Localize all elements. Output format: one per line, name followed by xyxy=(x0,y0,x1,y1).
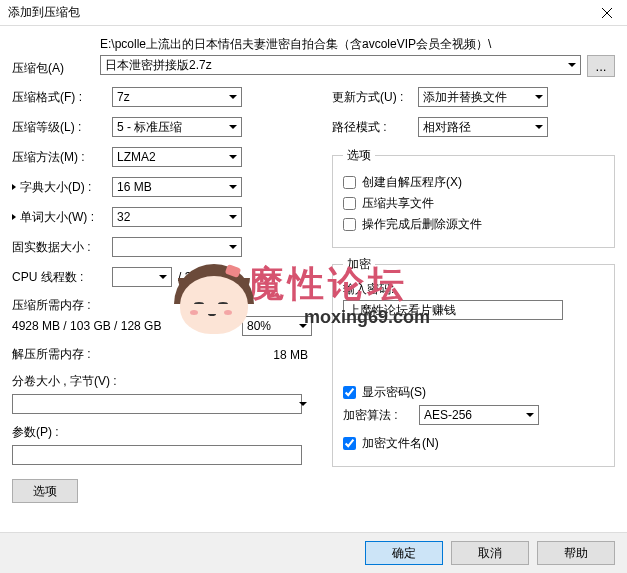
mem-decompress-value: 18 MB xyxy=(273,348,312,362)
show-password-checkbox[interactable] xyxy=(343,386,356,399)
mem-compress-value: 4928 MB / 103 GB / 128 GB xyxy=(12,319,161,333)
format-label: 压缩格式(F) : xyxy=(12,89,112,106)
solid-label: 固实数据大小 : xyxy=(12,239,112,256)
enc-method-label: 加密算法 : xyxy=(343,407,419,424)
level-select[interactable]: 5 - 标准压缩 xyxy=(112,117,242,137)
cancel-button[interactable]: 取消 xyxy=(451,541,529,565)
sfx-label: 创建自解压程序(X) xyxy=(362,174,462,191)
word-label: 单词大小(W) : xyxy=(12,209,112,226)
enc-filenames-label: 加密文件名(N) xyxy=(362,435,439,452)
mem-compress-label: 压缩所需内存 : xyxy=(12,297,312,314)
browse-button[interactable]: ... xyxy=(587,55,615,77)
pathmode-select[interactable]: 相对路径 xyxy=(418,117,548,137)
archive-filename-input[interactable] xyxy=(100,55,581,75)
close-button[interactable] xyxy=(587,0,627,26)
params-label: 参数(P) : xyxy=(12,424,59,441)
enc-method-select[interactable]: AES-256 xyxy=(419,405,539,425)
help-button[interactable]: 帮助 xyxy=(537,541,615,565)
delete-label: 操作完成后删除源文件 xyxy=(362,216,482,233)
split-label: 分卷大小 , 字节(V) : xyxy=(12,373,117,390)
threads-total: / 32 xyxy=(178,270,198,284)
close-icon xyxy=(602,8,612,18)
dict-select[interactable]: 16 MB xyxy=(112,177,242,197)
dict-label: 字典大小(D) : xyxy=(12,179,112,196)
sfx-checkbox[interactable] xyxy=(343,176,356,189)
mem-decompress-label: 解压所需内存 : xyxy=(12,346,112,363)
threads-label: CPU 线程数 : xyxy=(12,269,112,286)
update-select[interactable]: 添加并替换文件 xyxy=(418,87,548,107)
window-title: 添加到压缩包 xyxy=(8,4,80,21)
mem-percent-select[interactable]: 80% xyxy=(242,316,312,336)
encryption-legend: 加密 xyxy=(343,256,375,273)
solid-select[interactable] xyxy=(112,237,242,257)
shared-label: 压缩共享文件 xyxy=(362,195,434,212)
password-label: 输入密码: xyxy=(343,281,604,298)
options-button[interactable]: 选项 xyxy=(12,479,78,503)
method-label: 压缩方法(M) : xyxy=(12,149,112,166)
show-password-label: 显示密码(S) xyxy=(362,384,426,401)
options-legend: 选项 xyxy=(343,147,375,164)
archive-label: 压缩包(A) xyxy=(12,60,92,77)
enc-filenames-checkbox[interactable] xyxy=(343,437,356,450)
titlebar: 添加到压缩包 xyxy=(0,0,627,26)
level-label: 压缩等级(L) : xyxy=(12,119,112,136)
params-input[interactable] xyxy=(12,445,302,465)
encryption-fieldset: 加密 输入密码: 显示密码(S) 加密算法 :AES-256 加密文件名(N) xyxy=(332,256,615,467)
bottom-bar: 确定 取消 帮助 xyxy=(0,532,627,573)
ok-button[interactable]: 确定 xyxy=(365,541,443,565)
options-fieldset: 选项 创建自解压程序(X) 压缩共享文件 操作完成后删除源文件 xyxy=(332,147,615,248)
split-input[interactable] xyxy=(12,394,302,414)
threads-select[interactable] xyxy=(112,267,172,287)
password-input[interactable] xyxy=(343,300,563,320)
shared-checkbox[interactable] xyxy=(343,197,356,210)
pathmode-label: 路径模式 : xyxy=(332,119,418,136)
format-select[interactable]: 7z xyxy=(112,87,242,107)
word-select[interactable]: 32 xyxy=(112,207,242,227)
archive-path: E:\pcolle上流出的日本情侣夫妻泄密自拍合集（含avcoleVIP会员全视… xyxy=(100,36,615,53)
method-select[interactable]: LZMA2 xyxy=(112,147,242,167)
delete-checkbox[interactable] xyxy=(343,218,356,231)
update-label: 更新方式(U) : xyxy=(332,89,418,106)
